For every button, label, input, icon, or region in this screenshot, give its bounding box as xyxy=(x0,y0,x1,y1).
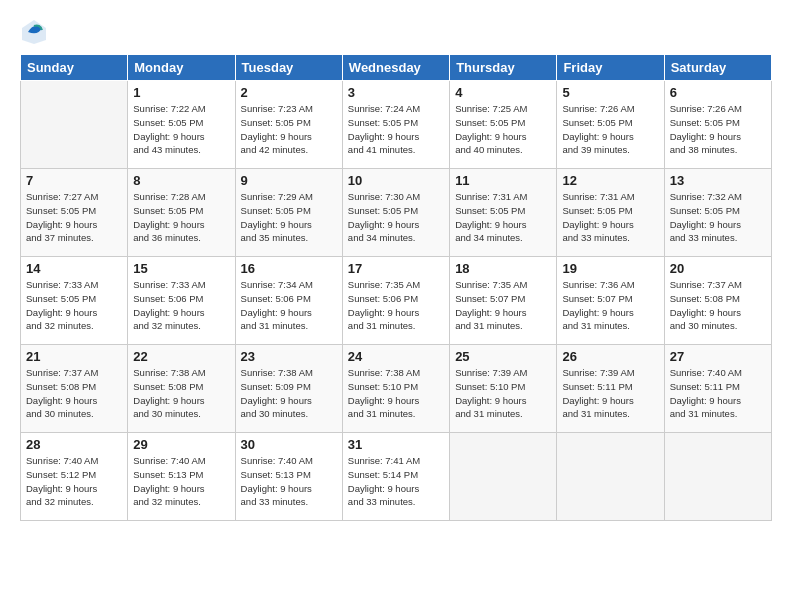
weekday-header: Tuesday xyxy=(235,55,342,81)
day-info: Sunrise: 7:40 AM Sunset: 5:13 PM Dayligh… xyxy=(241,454,337,509)
calendar-cell: 1Sunrise: 7:22 AM Sunset: 5:05 PM Daylig… xyxy=(128,81,235,169)
day-info: Sunrise: 7:40 AM Sunset: 5:11 PM Dayligh… xyxy=(670,366,766,421)
calendar-cell xyxy=(557,433,664,521)
calendar-cell: 29Sunrise: 7:40 AM Sunset: 5:13 PM Dayli… xyxy=(128,433,235,521)
day-number: 23 xyxy=(241,349,337,364)
day-info: Sunrise: 7:25 AM Sunset: 5:05 PM Dayligh… xyxy=(455,102,551,157)
weekday-header: Saturday xyxy=(664,55,771,81)
header-row: SundayMondayTuesdayWednesdayThursdayFrid… xyxy=(21,55,772,81)
day-info: Sunrise: 7:38 AM Sunset: 5:08 PM Dayligh… xyxy=(133,366,229,421)
day-info: Sunrise: 7:40 AM Sunset: 5:13 PM Dayligh… xyxy=(133,454,229,509)
day-number: 9 xyxy=(241,173,337,188)
calendar-row: 7Sunrise: 7:27 AM Sunset: 5:05 PM Daylig… xyxy=(21,169,772,257)
calendar-cell xyxy=(664,433,771,521)
day-info: Sunrise: 7:28 AM Sunset: 5:05 PM Dayligh… xyxy=(133,190,229,245)
day-number: 28 xyxy=(26,437,122,452)
logo-icon xyxy=(20,18,48,46)
weekday-header: Friday xyxy=(557,55,664,81)
day-number: 13 xyxy=(670,173,766,188)
calendar-cell: 23Sunrise: 7:38 AM Sunset: 5:09 PM Dayli… xyxy=(235,345,342,433)
calendar-cell: 25Sunrise: 7:39 AM Sunset: 5:10 PM Dayli… xyxy=(450,345,557,433)
day-number: 25 xyxy=(455,349,551,364)
logo xyxy=(20,18,52,46)
calendar-table: SundayMondayTuesdayWednesdayThursdayFrid… xyxy=(20,54,772,521)
calendar-cell: 5Sunrise: 7:26 AM Sunset: 5:05 PM Daylig… xyxy=(557,81,664,169)
day-number: 24 xyxy=(348,349,444,364)
calendar-cell: 22Sunrise: 7:38 AM Sunset: 5:08 PM Dayli… xyxy=(128,345,235,433)
day-number: 31 xyxy=(348,437,444,452)
calendar-cell: 8Sunrise: 7:28 AM Sunset: 5:05 PM Daylig… xyxy=(128,169,235,257)
day-info: Sunrise: 7:22 AM Sunset: 5:05 PM Dayligh… xyxy=(133,102,229,157)
weekday-header: Thursday xyxy=(450,55,557,81)
day-info: Sunrise: 7:36 AM Sunset: 5:07 PM Dayligh… xyxy=(562,278,658,333)
calendar-cell: 19Sunrise: 7:36 AM Sunset: 5:07 PM Dayli… xyxy=(557,257,664,345)
day-number: 17 xyxy=(348,261,444,276)
calendar-cell: 14Sunrise: 7:33 AM Sunset: 5:05 PM Dayli… xyxy=(21,257,128,345)
calendar-row: 1Sunrise: 7:22 AM Sunset: 5:05 PM Daylig… xyxy=(21,81,772,169)
day-info: Sunrise: 7:33 AM Sunset: 5:05 PM Dayligh… xyxy=(26,278,122,333)
calendar-cell: 28Sunrise: 7:40 AM Sunset: 5:12 PM Dayli… xyxy=(21,433,128,521)
day-number: 2 xyxy=(241,85,337,100)
day-info: Sunrise: 7:38 AM Sunset: 5:09 PM Dayligh… xyxy=(241,366,337,421)
day-number: 20 xyxy=(670,261,766,276)
calendar-cell: 15Sunrise: 7:33 AM Sunset: 5:06 PM Dayli… xyxy=(128,257,235,345)
calendar-cell: 3Sunrise: 7:24 AM Sunset: 5:05 PM Daylig… xyxy=(342,81,449,169)
day-number: 29 xyxy=(133,437,229,452)
calendar-cell: 6Sunrise: 7:26 AM Sunset: 5:05 PM Daylig… xyxy=(664,81,771,169)
weekday-header: Sunday xyxy=(21,55,128,81)
calendar-cell: 16Sunrise: 7:34 AM Sunset: 5:06 PM Dayli… xyxy=(235,257,342,345)
calendar-cell xyxy=(21,81,128,169)
day-number: 14 xyxy=(26,261,122,276)
calendar-cell: 18Sunrise: 7:35 AM Sunset: 5:07 PM Dayli… xyxy=(450,257,557,345)
calendar-cell: 9Sunrise: 7:29 AM Sunset: 5:05 PM Daylig… xyxy=(235,169,342,257)
day-info: Sunrise: 7:35 AM Sunset: 5:07 PM Dayligh… xyxy=(455,278,551,333)
day-info: Sunrise: 7:24 AM Sunset: 5:05 PM Dayligh… xyxy=(348,102,444,157)
day-info: Sunrise: 7:37 AM Sunset: 5:08 PM Dayligh… xyxy=(670,278,766,333)
day-number: 7 xyxy=(26,173,122,188)
calendar-cell: 27Sunrise: 7:40 AM Sunset: 5:11 PM Dayli… xyxy=(664,345,771,433)
day-number: 3 xyxy=(348,85,444,100)
day-number: 16 xyxy=(241,261,337,276)
day-number: 8 xyxy=(133,173,229,188)
day-info: Sunrise: 7:40 AM Sunset: 5:12 PM Dayligh… xyxy=(26,454,122,509)
calendar-cell xyxy=(450,433,557,521)
calendar-cell: 24Sunrise: 7:38 AM Sunset: 5:10 PM Dayli… xyxy=(342,345,449,433)
day-info: Sunrise: 7:33 AM Sunset: 5:06 PM Dayligh… xyxy=(133,278,229,333)
day-info: Sunrise: 7:30 AM Sunset: 5:05 PM Dayligh… xyxy=(348,190,444,245)
day-info: Sunrise: 7:26 AM Sunset: 5:05 PM Dayligh… xyxy=(562,102,658,157)
day-info: Sunrise: 7:34 AM Sunset: 5:06 PM Dayligh… xyxy=(241,278,337,333)
calendar-cell: 2Sunrise: 7:23 AM Sunset: 5:05 PM Daylig… xyxy=(235,81,342,169)
day-number: 26 xyxy=(562,349,658,364)
day-info: Sunrise: 7:38 AM Sunset: 5:10 PM Dayligh… xyxy=(348,366,444,421)
weekday-header: Monday xyxy=(128,55,235,81)
calendar-cell: 30Sunrise: 7:40 AM Sunset: 5:13 PM Dayli… xyxy=(235,433,342,521)
day-info: Sunrise: 7:29 AM Sunset: 5:05 PM Dayligh… xyxy=(241,190,337,245)
calendar-cell: 26Sunrise: 7:39 AM Sunset: 5:11 PM Dayli… xyxy=(557,345,664,433)
calendar-cell: 10Sunrise: 7:30 AM Sunset: 5:05 PM Dayli… xyxy=(342,169,449,257)
day-number: 22 xyxy=(133,349,229,364)
day-info: Sunrise: 7:39 AM Sunset: 5:10 PM Dayligh… xyxy=(455,366,551,421)
day-number: 1 xyxy=(133,85,229,100)
day-number: 15 xyxy=(133,261,229,276)
calendar-row: 21Sunrise: 7:37 AM Sunset: 5:08 PM Dayli… xyxy=(21,345,772,433)
day-number: 5 xyxy=(562,85,658,100)
day-number: 30 xyxy=(241,437,337,452)
day-number: 12 xyxy=(562,173,658,188)
day-number: 10 xyxy=(348,173,444,188)
day-info: Sunrise: 7:26 AM Sunset: 5:05 PM Dayligh… xyxy=(670,102,766,157)
calendar-row: 28Sunrise: 7:40 AM Sunset: 5:12 PM Dayli… xyxy=(21,433,772,521)
calendar-cell: 12Sunrise: 7:31 AM Sunset: 5:05 PM Dayli… xyxy=(557,169,664,257)
day-info: Sunrise: 7:23 AM Sunset: 5:05 PM Dayligh… xyxy=(241,102,337,157)
day-number: 6 xyxy=(670,85,766,100)
calendar-cell: 13Sunrise: 7:32 AM Sunset: 5:05 PM Dayli… xyxy=(664,169,771,257)
calendar-cell: 11Sunrise: 7:31 AM Sunset: 5:05 PM Dayli… xyxy=(450,169,557,257)
weekday-header: Wednesday xyxy=(342,55,449,81)
day-number: 18 xyxy=(455,261,551,276)
page: SundayMondayTuesdayWednesdayThursdayFrid… xyxy=(0,0,792,612)
calendar-cell: 21Sunrise: 7:37 AM Sunset: 5:08 PM Dayli… xyxy=(21,345,128,433)
day-number: 11 xyxy=(455,173,551,188)
day-info: Sunrise: 7:31 AM Sunset: 5:05 PM Dayligh… xyxy=(455,190,551,245)
calendar-row: 14Sunrise: 7:33 AM Sunset: 5:05 PM Dayli… xyxy=(21,257,772,345)
day-number: 27 xyxy=(670,349,766,364)
day-info: Sunrise: 7:39 AM Sunset: 5:11 PM Dayligh… xyxy=(562,366,658,421)
